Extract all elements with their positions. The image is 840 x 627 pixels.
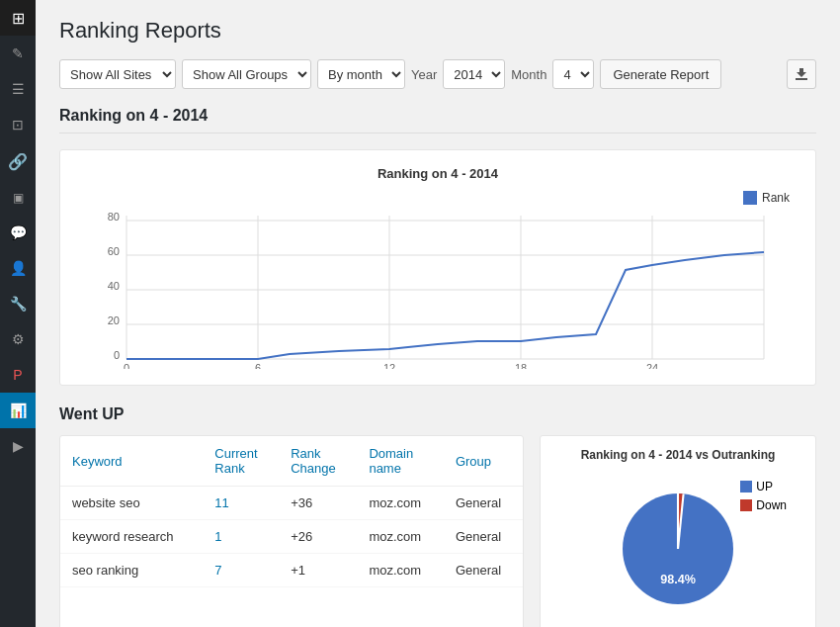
cell-domain: moz.com	[357, 520, 443, 554]
cell-keyword: website seo	[60, 487, 203, 520]
went-up-table: Keyword CurrentRank RankChange Domainnam…	[60, 436, 523, 587]
cell-domain: moz.com	[357, 554, 443, 587]
page-title: Ranking Reports	[59, 18, 816, 44]
svg-text:60: 60	[108, 245, 120, 257]
cell-group: General	[444, 520, 523, 554]
cell-rank[interactable]: 11	[203, 487, 279, 520]
table-body: website seo 11 +36 moz.com General keywo…	[60, 487, 523, 587]
year-select[interactable]: 2014	[443, 59, 505, 89]
sidebar-item-links[interactable]: 🔗	[0, 142, 36, 181]
bottom-section: Keyword CurrentRank RankChange Domainnam…	[59, 435, 816, 627]
by-month-select[interactable]: By month	[317, 59, 405, 89]
svg-text:6: 6	[255, 362, 261, 369]
month-label: Month	[511, 67, 546, 82]
svg-text:18: 18	[515, 362, 527, 369]
pie-chart-title: Ranking on 4 - 2014 vs Outranking	[581, 448, 776, 462]
pie-legend-down: Down	[740, 498, 787, 512]
went-up-table-card: Keyword CurrentRank RankChange Domainnam…	[59, 435, 524, 627]
pie-legend-up: UP	[740, 480, 787, 493]
sidebar-item-tools[interactable]: ⚙	[0, 321, 36, 357]
sidebar-item-comments[interactable]: 💬	[0, 215, 36, 250]
sidebar-item-misc[interactable]: ▶	[0, 428, 36, 464]
cell-domain: moz.com	[357, 487, 443, 520]
pie-legend-up-label: UP	[756, 480, 773, 493]
cell-keyword: seo ranking	[60, 554, 203, 587]
legend-rank-box	[743, 191, 757, 205]
download-icon	[795, 67, 808, 81]
sidebar-item-home[interactable]: ✎	[0, 36, 36, 71]
svg-text:0: 0	[124, 362, 129, 369]
pie-chart-svg: 98.4%	[609, 480, 747, 618]
svg-text:80: 80	[108, 211, 120, 223]
svg-text:12: 12	[383, 362, 395, 369]
sidebar-logo: ⊞	[0, 0, 36, 36]
export-button[interactable]	[787, 59, 816, 89]
chart-card: Ranking on 4 - 2014 Rank 0 20 40 60 80	[59, 149, 816, 386]
legend-rank-label: Rank	[762, 191, 790, 205]
cell-change: +26	[279, 520, 357, 554]
sidebar-item-pages[interactable]: ▣	[0, 181, 36, 215]
table-header: Keyword CurrentRank RankChange Domainnam…	[60, 436, 523, 487]
month-select[interactable]: 4	[552, 59, 594, 89]
cell-change: +36	[279, 487, 357, 520]
cell-rank[interactable]: 1	[203, 520, 279, 554]
table-row: website seo 11 +36 moz.com General	[60, 487, 523, 520]
cell-rank[interactable]: 7	[203, 554, 279, 587]
sidebar: ⊞ ✎ ☰ ⊡ 🔗 ▣ 💬 👤 🔧 ⚙ P 📊 ▶	[0, 0, 36, 627]
svg-text:98.4%: 98.4%	[660, 573, 696, 586]
pie-legend-down-box	[740, 499, 752, 511]
col-current-rank: CurrentRank	[203, 436, 279, 487]
toolbar: Show All Sites Show All Groups By month …	[59, 59, 816, 89]
chart-legend: Rank	[743, 191, 790, 205]
section-divider	[59, 133, 816, 134]
svg-rect-0	[796, 78, 807, 80]
svg-text:0: 0	[114, 349, 120, 361]
sidebar-item-plugins[interactable]: 🔧	[0, 286, 36, 321]
sites-select[interactable]: Show All Sites	[59, 59, 176, 89]
col-group: Group	[444, 436, 523, 487]
sidebar-item-ranking[interactable]: 📊	[0, 393, 36, 428]
sidebar-item-appearance[interactable]: 👤	[0, 250, 36, 286]
sidebar-item-posts[interactable]: ☰	[0, 71, 36, 107]
col-domain: Domainname	[357, 436, 443, 487]
cell-change: +1	[279, 554, 357, 587]
svg-text:40: 40	[108, 280, 120, 292]
pie-legend-down-label: Down	[756, 498, 787, 512]
col-keyword: Keyword	[60, 436, 203, 487]
line-chart-svg: 0 20 40 60 80 0 6	[76, 191, 799, 369]
col-rank-change: RankChange	[279, 436, 357, 487]
chart-area: Rank 0 20 40 60 80	[76, 191, 799, 369]
pie-chart-card: Ranking on 4 - 2014 vs Outranking 98.4%	[540, 435, 816, 627]
pie-legend-up-box	[740, 481, 752, 493]
svg-text:20: 20	[108, 314, 120, 326]
table-row: seo ranking 7 +1 moz.com General	[60, 554, 523, 587]
went-up-title: Went UP	[59, 405, 816, 423]
cell-group: General	[444, 554, 523, 587]
cell-keyword: keyword research	[60, 520, 203, 554]
sidebar-item-media[interactable]: ⊡	[0, 107, 36, 142]
svg-text:24: 24	[646, 362, 658, 369]
generate-report-button[interactable]: Generate Report	[600, 59, 721, 89]
table-row: keyword research 1 +26 moz.com General	[60, 520, 523, 554]
chart-title: Ranking on 4 - 2014	[76, 166, 799, 181]
sidebar-item-settings[interactable]: P	[0, 357, 36, 393]
ranking-section-title: Ranking on 4 - 2014	[59, 107, 816, 125]
main-content: Ranking Reports Show All Sites Show All …	[36, 0, 840, 627]
year-label: Year	[411, 67, 437, 82]
cell-group: General	[444, 487, 523, 520]
groups-select[interactable]: Show All Groups	[182, 59, 311, 89]
